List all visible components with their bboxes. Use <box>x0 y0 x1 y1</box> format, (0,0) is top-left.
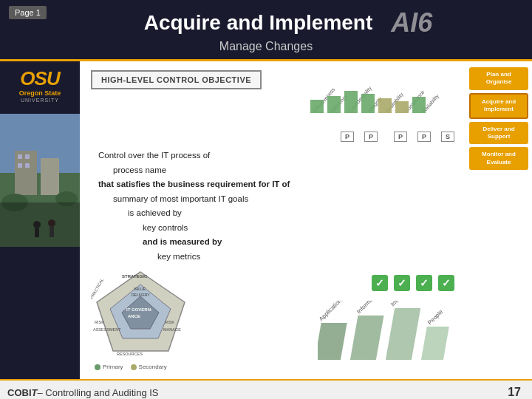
oregon-state-text: Oregon State <box>19 89 61 98</box>
checkmark-4: ✓ <box>438 275 454 291</box>
svg-rect-1 <box>0 173 80 247</box>
criteria-chart: Effectiveness Efficiency Confidentiality… <box>299 70 454 129</box>
pp-marker-2: P <box>364 132 378 142</box>
control-objective-label: High-Level Control Objective <box>91 70 262 89</box>
secondary-label: Secondary <box>139 364 167 370</box>
content-line7: and is measured by <box>98 235 458 250</box>
content-line3: that satisfies the business requirement … <box>98 177 458 192</box>
svg-rect-12 <box>35 228 39 237</box>
checkmarks-row: ✓ ✓ ✓ ✓ <box>372 275 454 291</box>
content-line8: key metrics <box>98 250 458 265</box>
svg-text:IT GOVERN-: IT GOVERN- <box>126 307 152 312</box>
cobit-text: COBI <box>7 387 32 398</box>
right-bottom: ✓ ✓ ✓ ✓ Applications Information <box>318 275 458 370</box>
svg-rect-0 <box>0 114 80 173</box>
svg-rect-46 <box>350 316 384 360</box>
header-top: Acquire and Implement AI6 <box>15 7 517 38</box>
legend-primary: Primary <box>95 364 123 370</box>
checkmark-2: ✓ <box>394 275 410 291</box>
svg-text:RESOURCES: RESOURCES <box>117 352 143 356</box>
svg-text:ANCE: ANCE <box>128 314 140 318</box>
bottom-section: STRATEGIC PRACTICAL RISK ASSESSMENT RISK… <box>91 268 458 370</box>
svg-rect-3 <box>41 158 59 195</box>
svg-point-8 <box>1 194 28 211</box>
svg-text:Information: Information <box>355 301 381 315</box>
pp-marker-3: P <box>394 132 407 142</box>
svg-text:STRATEGIC: STRATEGIC <box>122 274 148 279</box>
svg-rect-7 <box>25 163 30 168</box>
svg-text:Infrastructure: Infrastructure <box>389 301 419 307</box>
page-label: Page 1 <box>9 6 47 19</box>
content-line1: Control over the IT process of <box>98 149 458 163</box>
university-text: UNIVERSITY <box>21 98 59 103</box>
checkmark-1: ✓ <box>372 275 388 291</box>
svg-rect-44 <box>318 323 347 360</box>
svg-rect-48 <box>386 308 420 360</box>
footer-suffix: – Controlling and Auditing IS <box>37 387 158 398</box>
svg-rect-25 <box>361 94 375 113</box>
campus-photo <box>0 114 80 247</box>
left-sidebar: OSU Oregon State UNIVERSITY <box>0 61 80 379</box>
svg-rect-14 <box>50 227 54 237</box>
svg-rect-24 <box>344 91 358 113</box>
content-line4: summary of most important IT goals <box>98 192 458 207</box>
svg-point-10 <box>55 191 78 206</box>
svg-point-9 <box>28 200 61 220</box>
osu-text: OSU <box>20 69 59 88</box>
pp-markers-row: P P P P S <box>341 132 454 142</box>
nav-acquire-implement[interactable]: Acquire andImplement <box>469 93 528 119</box>
ai6-badge: AI6 <box>391 7 432 38</box>
pentagon-diagram: STRATEGIC PRACTICAL RISK ASSESSMENT RISK… <box>91 268 191 370</box>
secondary-dot <box>131 364 137 370</box>
svg-rect-27 <box>395 101 409 113</box>
content-line6: key controls <box>98 221 458 236</box>
svg-point-13 <box>48 219 55 227</box>
content-line5: is achieved by <box>98 206 458 221</box>
apps-diagram: Applications Information Infrastructure … <box>318 301 458 370</box>
pp-marker-1: P <box>341 132 354 142</box>
osu-logo: OSU Oregon State UNIVERSITY <box>0 69 80 103</box>
content-line2: process name <box>98 163 458 178</box>
svg-rect-4 <box>18 154 22 159</box>
page-number: 17 <box>508 386 521 399</box>
pp-marker-5: S <box>441 132 454 142</box>
svg-text:ASSESSMENT: ASSESSMENT <box>93 327 121 332</box>
svg-text:DELIVERY: DELIVERY <box>132 293 150 297</box>
svg-text:MANAGE: MANAGE <box>163 327 181 332</box>
legend-secondary: Secondary <box>131 364 167 370</box>
footer-text: COBIT– Controlling and Auditing IS <box>7 387 159 398</box>
header-title: Acquire and Implement <box>100 11 373 35</box>
svg-rect-6 <box>18 163 22 168</box>
svg-rect-28 <box>412 97 426 113</box>
legend: Primary Secondary <box>95 364 191 370</box>
svg-point-11 <box>33 221 41 228</box>
svg-text:PRACTICAL: PRACTICAL <box>91 278 104 300</box>
primary-dot <box>95 364 100 370</box>
svg-rect-50 <box>421 327 449 360</box>
header-subtitle: Manage Changes <box>219 40 313 53</box>
svg-text:VALUE: VALUE <box>134 287 146 291</box>
text-content: Control over the IT process of process n… <box>91 149 458 264</box>
page-header: Page 1 Acquire and Implement AI6 Manage … <box>0 0 532 59</box>
svg-text:People: People <box>426 308 444 326</box>
svg-text:RISK: RISK <box>95 320 104 324</box>
main-area: OSU Oregon State UNIVERSITY <box>0 61 532 379</box>
content-area: High-Level Control Objective Effectivene… <box>80 61 466 379</box>
bottom-bar: COBIT– Controlling and Auditing IS 17 <box>0 379 532 399</box>
svg-text:Applications: Applications <box>318 301 345 322</box>
nav-monitor-evaluate[interactable]: Monitor andEvaluate <box>469 147 528 170</box>
svg-rect-23 <box>327 96 341 113</box>
nav-plan-organise[interactable]: Plan andOrganise <box>469 67 528 90</box>
nav-deliver-support[interactable]: Deliver andSupport <box>469 122 528 145</box>
right-sidebar: Plan andOrganise Acquire andImplement De… <box>466 61 532 379</box>
svg-text:RISK: RISK <box>165 320 174 324</box>
primary-label: Primary <box>103 364 123 370</box>
pp-marker-4: P <box>417 132 431 142</box>
checkmark-3: ✓ <box>416 275 432 291</box>
svg-rect-22 <box>310 100 324 113</box>
svg-rect-26 <box>378 98 392 113</box>
svg-rect-5 <box>25 154 30 159</box>
